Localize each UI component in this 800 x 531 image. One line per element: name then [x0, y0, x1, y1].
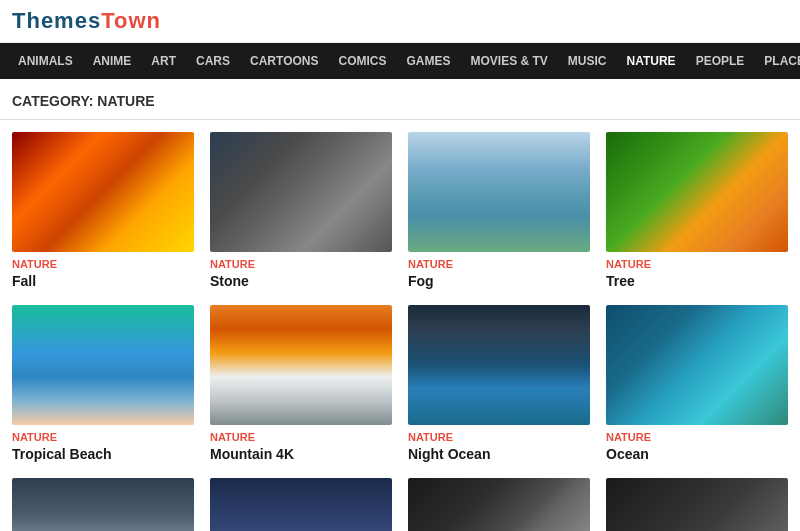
- card-image-tropical-beach: [12, 305, 194, 425]
- card-fog[interactable]: NATURE Fog: [408, 132, 590, 289]
- nav-art[interactable]: ART: [141, 44, 186, 78]
- card-row3-3[interactable]: NATURE: [408, 478, 590, 531]
- card-night-ocean[interactable]: NATURE Night Ocean: [408, 305, 590, 462]
- card-image-row3-4: [606, 478, 788, 531]
- card-category-tree: NATURE: [606, 258, 788, 270]
- nav-people[interactable]: PEOPLE: [686, 44, 755, 78]
- card-title-mountain-4k: Mountain 4K: [210, 446, 392, 462]
- nav-places[interactable]: PLACES: [754, 44, 800, 78]
- card-image-row3-3: [408, 478, 590, 531]
- card-title-stone: Stone: [210, 273, 392, 289]
- card-title-ocean: Ocean: [606, 446, 788, 462]
- card-category-fall: NATURE: [12, 258, 194, 270]
- card-stone[interactable]: NATURE Stone: [210, 132, 392, 289]
- site-header: ThemesTown: [0, 0, 800, 43]
- card-image-row3-2: [210, 478, 392, 531]
- nav-music[interactable]: MUSIC: [558, 44, 617, 78]
- card-title-fog: Fog: [408, 273, 590, 289]
- card-category-night-ocean: NATURE: [408, 431, 590, 443]
- nav-cartoons[interactable]: CARTOONS: [240, 44, 328, 78]
- card-row3-2[interactable]: NATURE: [210, 478, 392, 531]
- card-ocean[interactable]: NATURE Ocean: [606, 305, 788, 462]
- card-category-mountain-4k: NATURE: [210, 431, 392, 443]
- nav-animals[interactable]: ANIMALS: [8, 44, 83, 78]
- card-title-night-ocean: Night Ocean: [408, 446, 590, 462]
- card-image-night-ocean: [408, 305, 590, 425]
- nav-anime[interactable]: ANIME: [83, 44, 142, 78]
- nav-nature[interactable]: NATURE: [617, 44, 686, 78]
- card-title-fall: Fall: [12, 273, 194, 289]
- card-title-tree: Tree: [606, 273, 788, 289]
- card-image-fall: [12, 132, 194, 252]
- card-title-tropical-beach: Tropical Beach: [12, 446, 194, 462]
- nav-movies-tv[interactable]: MOVIES & TV: [461, 44, 558, 78]
- card-fall[interactable]: NATURE Fall: [12, 132, 194, 289]
- nav-games[interactable]: GAMES: [396, 44, 460, 78]
- card-image-stone: [210, 132, 392, 252]
- card-image-ocean: [606, 305, 788, 425]
- cards-grid: NATURE Fall NATURE Stone NATURE Fog NATU…: [0, 120, 800, 531]
- card-image-mountain-4k: [210, 305, 392, 425]
- category-heading: CATEGORY: NATURE: [0, 79, 800, 120]
- card-category-ocean: NATURE: [606, 431, 788, 443]
- main-nav: ANIMALS ANIME ART CARS CARTOONS COMICS G…: [0, 43, 800, 79]
- nav-comics[interactable]: COMICS: [328, 44, 396, 78]
- card-image-tree: [606, 132, 788, 252]
- card-tree[interactable]: NATURE Tree: [606, 132, 788, 289]
- nav-cars[interactable]: CARS: [186, 44, 240, 78]
- card-category-tropical-beach: NATURE: [12, 431, 194, 443]
- card-image-fog: [408, 132, 590, 252]
- card-mountain-4k[interactable]: NATURE Mountain 4K: [210, 305, 392, 462]
- site-logo[interactable]: ThemesTown: [12, 8, 788, 34]
- card-category-fog: NATURE: [408, 258, 590, 270]
- card-row3-4[interactable]: NATURE: [606, 478, 788, 531]
- card-tropical-beach[interactable]: NATURE Tropical Beach: [12, 305, 194, 462]
- card-category-stone: NATURE: [210, 258, 392, 270]
- card-image-row3-1: [12, 478, 194, 531]
- card-row3-1[interactable]: NATURE: [12, 478, 194, 531]
